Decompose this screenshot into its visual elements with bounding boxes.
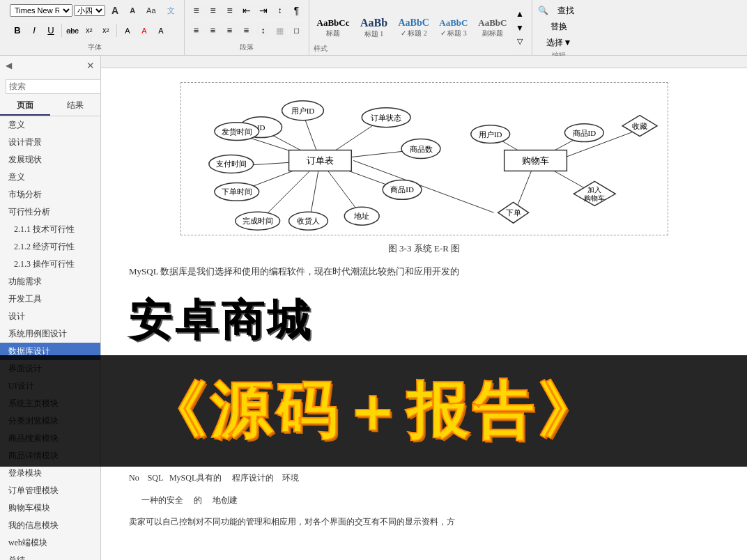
increase-indent-btn[interactable]: ⇥ <box>256 3 271 18</box>
strikethrough-btn[interactable]: abc <box>65 23 80 38</box>
multilevel-btn[interactable]: ≡ <box>222 3 238 18</box>
svg-text:购物车: 购物车 <box>584 194 605 202</box>
clear-format-btn[interactable]: A <box>153 23 169 38</box>
nav-item[interactable]: 发展现状 <box>0 151 100 169</box>
tab-results[interactable]: 结果 <box>50 97 100 116</box>
underline-btn[interactable]: U <box>43 23 59 38</box>
svg-text:加入: 加入 <box>587 186 601 194</box>
select-btn[interactable]: 选择▼ <box>538 35 580 51</box>
svg-text:订单表: 订单表 <box>306 155 333 166</box>
superscript-btn[interactable]: x2 <box>98 23 114 38</box>
highlight-btn[interactable]: A <box>120 23 135 38</box>
nav-item[interactable]: 设计背景 <box>0 134 100 151</box>
sidebar-close-btn[interactable]: ✕ <box>86 60 95 72</box>
toolbar: Times New R... 小四 A A Aa 文 B I U abc x2 … <box>0 0 747 56</box>
svg-text:完成时间: 完成时间 <box>242 217 272 225</box>
nav-item[interactable]: 可行性分析 <box>0 203 100 221</box>
justify-btn[interactable]: ≡ <box>239 23 254 38</box>
font-row2: B I U abc x2 x2 A A A <box>10 23 169 38</box>
svg-text:发货时间: 发货时间 <box>221 127 252 136</box>
paragraph-group: ≡ ≡ ≡ ⇤ ⇥ ↕ ¶ ≡ ≡ ≡ ≡ ↕ ▦ □ 段落 <box>185 0 309 55</box>
svg-text:用户ID: 用户ID <box>478 130 502 139</box>
yuanma-overlay: 《源码＋报告》 <box>0 355 747 467</box>
paragraph4[interactable]: 卖家可以自己控制对不同功能的管理和相应用，对各个界面的交互有不同的显示资料，方 <box>129 515 719 530</box>
find-btn[interactable]: 查找 <box>551 3 580 19</box>
show-marks-btn[interactable]: ¶ <box>289 3 305 18</box>
style-subtitle[interactable]: AaBbC 副标题 <box>475 15 511 40</box>
decrease-indent-btn[interactable]: ⇤ <box>239 3 254 18</box>
nav-item[interactable]: 设计 <box>0 308 100 325</box>
nav-item[interactable]: web端模块 <box>0 534 100 552</box>
replace-btn[interactable]: 替换 <box>538 19 580 35</box>
style-normal[interactable]: AaBbCc 标题 <box>314 15 353 40</box>
styles-group: AaBbCc 标题 AaBb 标题 1 AaBbC ✓ 标题 2 AaBbC ✓… <box>309 0 532 55</box>
sort-btn[interactable]: ↕ <box>272 3 288 18</box>
font-grow-btn[interactable]: A <box>107 3 123 18</box>
nav-item[interactable]: 意义 <box>0 116 100 134</box>
svg-text:支付时间: 支付时间 <box>215 160 246 168</box>
font-special-btn[interactable]: 文 <box>162 3 180 18</box>
font-case-btn[interactable]: Aa <box>141 4 160 17</box>
style-h2[interactable]: AaBbC ✓ 标题 2 <box>395 15 433 40</box>
numbering-btn[interactable]: ≡ <box>206 3 221 18</box>
bold-btn[interactable]: B <box>10 23 25 38</box>
italic-btn[interactable]: I <box>26 23 42 38</box>
paragraph1[interactable]: MySQL 数据库是我们选择和使用的编程软件，现在时代潮流比较热门和应用开发的 <box>129 263 719 279</box>
style-h1[interactable]: AaBb 标题 1 <box>356 15 392 41</box>
nav-item[interactable]: 2.1.2 经济可行性 <box>0 238 100 256</box>
anzhuo-overlay: 安卓商城 <box>101 289 747 352</box>
nav-item[interactable]: 功能需求 <box>0 273 100 290</box>
style-h3[interactable]: AaBbC ✓ 标题 3 <box>436 15 472 40</box>
align-left-btn[interactable]: ≡ <box>189 23 204 38</box>
line-spacing-btn[interactable]: ↕ <box>256 23 271 38</box>
nav-item[interactable]: 订单管理模块 <box>0 482 100 499</box>
para-group-label: 段落 <box>240 42 254 52</box>
svg-text:下单: 下单 <box>505 208 521 217</box>
nav-item[interactable]: 意义 <box>0 169 100 186</box>
tab-pages[interactable]: 页面 <box>0 97 50 116</box>
svg-text:下单时间: 下单时间 <box>221 187 252 196</box>
nav-item[interactable]: 2.1.3 操作可行性 <box>0 256 100 273</box>
nav-item[interactable]: 2.1.1 技术可行性 <box>0 221 100 238</box>
align-right-btn[interactable]: ≡ <box>222 23 238 38</box>
sidebar-header: ◀ ✕ <box>0 56 100 76</box>
ruler <box>101 56 747 68</box>
nav-item[interactable]: 市场分析 <box>0 186 100 203</box>
styles-more[interactable]: ▽ <box>512 35 527 49</box>
shading-btn[interactable]: ▦ <box>272 23 288 38</box>
align-center-btn[interactable]: ≡ <box>206 23 221 38</box>
svg-text:购物车: 购物车 <box>522 155 549 166</box>
subscript-btn[interactable]: x2 <box>82 23 97 38</box>
svg-text:收藏: 收藏 <box>632 122 647 130</box>
font-color-btn[interactable]: A <box>137 23 152 38</box>
font-size-select[interactable]: 小四 <box>74 5 105 16</box>
yuanma-text: 《源码＋报告》 <box>144 370 603 453</box>
bullets-btn[interactable]: ≡ <box>189 3 204 18</box>
font-shrink-btn[interactable]: A <box>125 4 140 17</box>
font-row1: Times New R... 小四 A A Aa 文 <box>10 3 180 18</box>
paragraph3[interactable]: 一种的安全 的 地创建 <box>129 493 719 508</box>
borders-btn[interactable]: □ <box>289 23 305 38</box>
anzhuo-text: 安卓商城 <box>129 291 313 350</box>
nav-item[interactable]: 登录模块 <box>0 465 100 482</box>
find-icon: 🔍 <box>538 6 548 16</box>
font-family-select[interactable]: Times New R... <box>10 4 72 17</box>
styles-scroll-down[interactable]: ▼ <box>512 21 527 35</box>
paragraph2[interactable]: No SQL MySQL具有的 程序设计的 环境 <box>129 471 719 486</box>
nav-item[interactable]: 购物车模块 <box>0 499 100 517</box>
sidebar-search-input[interactable] <box>6 79 101 94</box>
styles-group-label: 样式 <box>314 44 328 54</box>
nav-item[interactable]: 总结 <box>0 552 100 560</box>
font-group-label: 字体 <box>88 42 102 52</box>
styles-scroll-up[interactable]: ▲ <box>512 7 527 21</box>
nav-item[interactable]: 系统用例图设计 <box>0 325 100 343</box>
nav-item[interactable]: 我的信息模块 <box>0 517 100 534</box>
doc-area[interactable]: 订单表 购物车 ID 用户ID 订单状态 商品数 商品ID 地址 收货人 <box>101 68 747 300</box>
sidebar-tabs: 页面 结果 <box>0 97 100 116</box>
sidebar: ◀ ✕ 🔍 页面 结果 意义设计背景发展现状意义市场分析可行性分析2.1.1 技… <box>0 56 101 560</box>
svg-text:地址: 地址 <box>353 212 369 220</box>
svg-text:收货人: 收货人 <box>296 217 319 225</box>
nav-item[interactable]: 开发工具 <box>0 290 100 308</box>
svg-text:用户ID: 用户ID <box>291 107 314 115</box>
sidebar-collapse-btn[interactable]: ◀ <box>6 61 12 71</box>
